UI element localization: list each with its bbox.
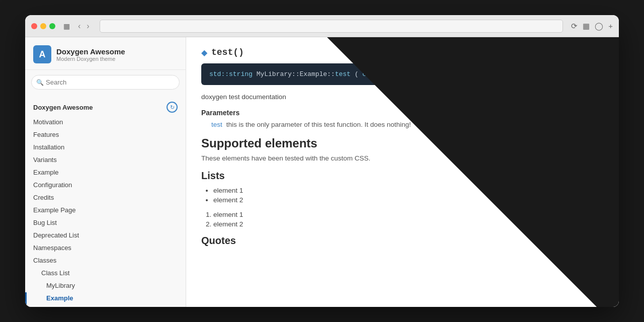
sidebar-item-motivation[interactable]: Motivation (25, 116, 186, 128)
lists-heading: Lists (201, 170, 604, 182)
list-item: element 2 (213, 220, 604, 228)
active-item-label: Example (46, 294, 73, 302)
supported-heading: Supported elements (201, 136, 604, 150)
logo-letter: A (39, 49, 46, 60)
code-std-string: std::string & (386, 70, 441, 78)
code-kw-const: const (362, 70, 382, 78)
quotes-heading: Quotes (201, 235, 604, 247)
active-indicator (25, 292, 27, 304)
sidebar-item-namespaces[interactable]: Namespaces (25, 242, 186, 254)
maximize-button[interactable] (49, 23, 55, 29)
address-bar[interactable] (100, 20, 564, 33)
main-panel: ◆ test() std::string MyLibrary::Example:… (186, 37, 619, 307)
params-title: Parameters (201, 109, 604, 117)
code-paren-close: ) (460, 70, 464, 78)
nav-section-title: Doxygen Awesome (33, 104, 93, 111)
list-item: element 2 (213, 196, 604, 204)
traffic-lights (31, 23, 55, 29)
history-icon[interactable]: ◯ (595, 22, 603, 31)
sidebar-subtitle: Modern Doxygen theme (56, 56, 125, 62)
code-fn: test (335, 70, 351, 78)
code-kw-std: std::string (209, 70, 253, 78)
sidebar-item-features[interactable]: Features (25, 128, 186, 141)
search-icon: 🔍 (36, 79, 44, 86)
param-desc: this is the only parameter of this test … (226, 121, 411, 128)
sync-icon[interactable]: ↻ (167, 102, 178, 113)
sidebar-item-class-list[interactable]: Class List (25, 267, 186, 279)
sidebar-item-example[interactable]: Example (25, 166, 186, 179)
logo-icon: A (33, 45, 51, 63)
sidebar-item-classes[interactable]: Classes (25, 254, 186, 267)
toolbar-icons: ⟳ ▦ ◯ + (571, 22, 613, 31)
sidebar-item-credits[interactable]: Credits (25, 191, 186, 204)
nav-buttons: ‹ › (76, 21, 92, 32)
content-area: A Doxygen Awesome Modern Doxygen theme 🔍… (25, 37, 619, 307)
sidebar-item-example-active[interactable]: Example (25, 292, 186, 304)
sidebar-toggle-icon[interactable]: ▦ (63, 22, 70, 30)
diamond-icon: ◆ (201, 48, 207, 57)
reader-icon[interactable]: ▦ (583, 22, 590, 31)
new-tab-icon[interactable]: + (608, 22, 613, 31)
sidebar-header: A Doxygen Awesome Modern Doxygen theme (25, 37, 186, 70)
sidebar-item-installation[interactable]: Installation (25, 141, 186, 153)
reload-icon[interactable]: ⟳ (571, 22, 578, 31)
code-param-link[interactable]: test (441, 70, 456, 78)
list-item: element 1 (213, 211, 604, 218)
sidebar-nav: Doxygen Awesome ↻ Motivation Features In… (25, 95, 186, 307)
sidebar-item-variants[interactable]: Variants (25, 153, 186, 166)
param-row: test this is the only parameter of this … (201, 121, 604, 128)
code-class: MyLibrary::Example:: (257, 70, 335, 78)
doc-text: doxygen test documentation (201, 93, 604, 101)
back-button[interactable]: ‹ (76, 21, 83, 32)
forward-button[interactable]: › (85, 21, 91, 32)
supported-sub: These elements have been tested with the… (201, 154, 604, 162)
sidebar-title-block: Doxygen Awesome Modern Doxygen theme (56, 47, 125, 62)
function-name: test() (211, 47, 244, 57)
nav-section-header: Doxygen Awesome ↻ (25, 99, 186, 116)
code-block: std::string MyLibrary::Example::test ( c… (201, 63, 604, 85)
sidebar: A Doxygen Awesome Modern Doxygen theme 🔍… (25, 37, 186, 307)
close-button[interactable] (31, 23, 37, 29)
sidebar-item-configuration[interactable]: Configuration (25, 179, 186, 191)
list-item: element 1 (213, 187, 604, 194)
sidebar-item-example-page[interactable]: Example Page (25, 204, 186, 216)
param-name: test (211, 121, 222, 128)
minimize-button[interactable] (40, 23, 46, 29)
sidebar-title: Doxygen Awesome (56, 47, 125, 56)
numbered-list: element 1 element 2 (213, 211, 604, 228)
search-box: 🔍 (31, 75, 180, 90)
sidebar-item-bug-list[interactable]: Bug List (25, 216, 186, 229)
search-input[interactable] (31, 75, 180, 90)
function-header: ◆ test() (201, 47, 604, 57)
code-paren-open: ( (355, 70, 363, 78)
sidebar-item-deprecated-list[interactable]: Deprecated List (25, 229, 186, 242)
title-bar: ▦ ‹ › ⟳ ▦ ◯ + (25, 15, 619, 37)
sidebar-item-mylibrary[interactable]: MyLibrary (25, 279, 186, 292)
bullet-list: element 1 element 2 (213, 187, 604, 204)
